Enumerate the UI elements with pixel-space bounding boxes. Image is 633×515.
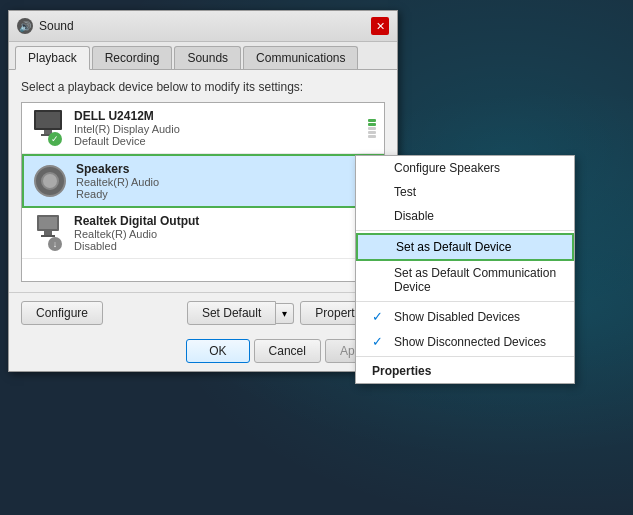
realtek-monitor-screen bbox=[37, 215, 59, 231]
sound-dialog: 🔊 Sound ✕ Playback Recording Sounds Comm… bbox=[8, 10, 398, 372]
ok-button[interactable]: OK bbox=[186, 339, 249, 363]
device-item-speakers[interactable]: Speakers Realtek(R) Audio Ready bbox=[22, 154, 384, 208]
tab-communications[interactable]: Communications bbox=[243, 46, 358, 69]
device-info-dell: DELL U2412M Intel(R) Display Audio Defau… bbox=[74, 109, 360, 147]
check-badge: ✓ bbox=[48, 132, 62, 146]
speaker-cone bbox=[41, 172, 59, 190]
device-item-dell[interactable]: ✓ DELL U2412M Intel(R) Display Audio Def… bbox=[22, 103, 384, 154]
monitor-screen bbox=[34, 110, 62, 130]
ctx-set-default-device[interactable]: Set as Default Device bbox=[356, 233, 574, 261]
context-menu: Configure Speakers Test Disable Set as D… bbox=[355, 155, 575, 384]
ctx-separator-2 bbox=[356, 301, 574, 302]
device-status-realtek: Disabled bbox=[74, 240, 376, 252]
ctx-configure-speakers[interactable]: Configure Speakers bbox=[356, 156, 574, 180]
ctx-set-default-comm[interactable]: Set as Default Communication Device bbox=[356, 261, 574, 299]
dialog-action-bar: OK Cancel Apply bbox=[9, 333, 397, 371]
device-action-bar: Configure Set Default ▾ Properties bbox=[9, 292, 397, 333]
configure-button[interactable]: Configure bbox=[21, 301, 103, 325]
device-driver-dell: Intel(R) Display Audio bbox=[74, 123, 360, 135]
device-status-dell: Default Device bbox=[74, 135, 360, 147]
device-icon-dell: ✓ bbox=[30, 110, 66, 146]
set-default-arrow-button[interactable]: ▾ bbox=[276, 303, 294, 324]
set-default-group: Set Default ▾ bbox=[187, 301, 294, 325]
tab-recording[interactable]: Recording bbox=[92, 46, 173, 69]
instruction-text: Select a playback device below to modify… bbox=[21, 80, 385, 94]
device-icon-speakers bbox=[32, 163, 68, 199]
ctx-separator-3 bbox=[356, 356, 574, 357]
tab-playback[interactable]: Playback bbox=[15, 46, 90, 70]
device-status-speakers: Ready bbox=[76, 188, 358, 200]
ctx-properties[interactable]: Properties bbox=[356, 359, 574, 383]
device-item-realtek[interactable]: ↓ Realtek Digital Output Realtek(R) Audi… bbox=[22, 208, 384, 259]
device-name-realtek: Realtek Digital Output bbox=[74, 214, 376, 228]
ctx-show-disconnected[interactable]: ✓ Show Disconnected Devices bbox=[356, 329, 574, 354]
device-name-speakers: Speakers bbox=[76, 162, 358, 176]
tab-sounds[interactable]: Sounds bbox=[174, 46, 241, 69]
title-bar: 🔊 Sound ✕ bbox=[9, 11, 397, 42]
speaker-img bbox=[34, 165, 66, 197]
window-title: Sound bbox=[39, 19, 74, 33]
window-icon: 🔊 bbox=[17, 18, 33, 34]
device-info-speakers: Speakers Realtek(R) Audio Ready bbox=[76, 162, 358, 200]
device-list: ✓ DELL U2412M Intel(R) Display Audio Def… bbox=[21, 102, 385, 282]
device-name-dell: DELL U2412M bbox=[74, 109, 360, 123]
device-icon-realtek: ↓ bbox=[30, 215, 66, 251]
device-driver-speakers: Realtek(R) Audio bbox=[76, 176, 358, 188]
content-area: Select a playback device below to modify… bbox=[9, 70, 397, 292]
level-indicator-dell bbox=[368, 119, 376, 138]
cancel-button[interactable]: Cancel bbox=[254, 339, 321, 363]
ctx-show-disabled[interactable]: ✓ Show Disabled Devices bbox=[356, 304, 574, 329]
ctx-separator-1 bbox=[356, 230, 574, 231]
device-driver-realtek: Realtek(R) Audio bbox=[74, 228, 376, 240]
close-button[interactable]: ✕ bbox=[371, 17, 389, 35]
down-badge: ↓ bbox=[48, 237, 62, 251]
set-default-button[interactable]: Set Default bbox=[187, 301, 276, 325]
ctx-test[interactable]: Test bbox=[356, 180, 574, 204]
tab-bar: Playback Recording Sounds Communications bbox=[9, 42, 397, 70]
device-info-realtek: Realtek Digital Output Realtek(R) Audio … bbox=[74, 214, 376, 252]
ctx-disable[interactable]: Disable bbox=[356, 204, 574, 228]
